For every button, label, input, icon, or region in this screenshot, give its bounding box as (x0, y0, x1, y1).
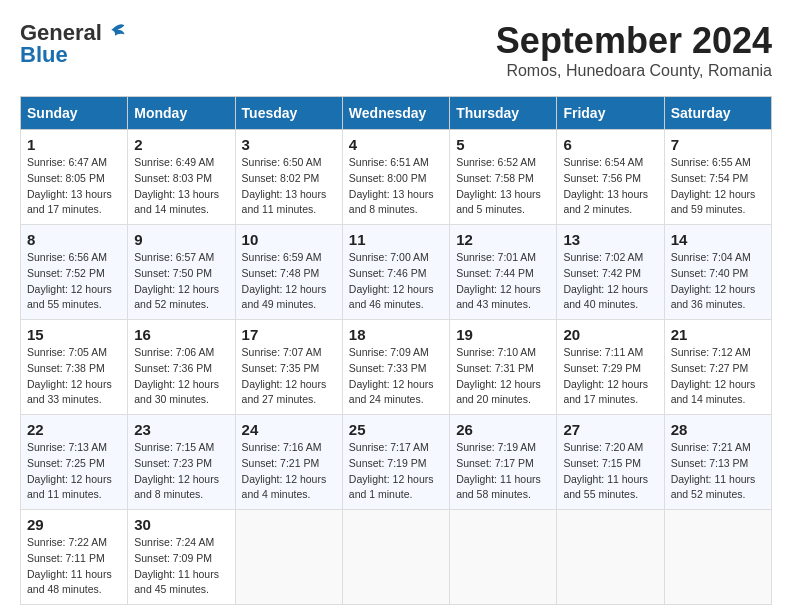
calendar-week-row: 29 Sunrise: 7:22 AM Sunset: 7:11 PM Dayl… (21, 510, 772, 605)
day-info: Sunrise: 6:52 AM Sunset: 7:58 PM Dayligh… (456, 155, 550, 218)
calendar-cell: 1 Sunrise: 6:47 AM Sunset: 8:05 PM Dayli… (21, 130, 128, 225)
day-info: Sunrise: 7:11 AM Sunset: 7:29 PM Dayligh… (563, 345, 657, 408)
calendar-table: SundayMondayTuesdayWednesdayThursdayFrid… (20, 96, 772, 605)
sunset-label: Sunset: 7:31 PM (456, 362, 534, 374)
calendar-cell: 10 Sunrise: 6:59 AM Sunset: 7:48 PM Dayl… (235, 225, 342, 320)
sunset-label: Sunset: 7:38 PM (27, 362, 105, 374)
sunrise-label: Sunrise: 6:52 AM (456, 156, 536, 168)
col-header-wednesday: Wednesday (342, 97, 449, 130)
day-info: Sunrise: 7:20 AM Sunset: 7:15 PM Dayligh… (563, 440, 657, 503)
day-number: 30 (134, 516, 228, 533)
sunrise-label: Sunrise: 7:13 AM (27, 441, 107, 453)
sunset-label: Sunset: 7:21 PM (242, 457, 320, 469)
day-info: Sunrise: 6:59 AM Sunset: 7:48 PM Dayligh… (242, 250, 336, 313)
day-number: 22 (27, 421, 121, 438)
sunrise-label: Sunrise: 6:50 AM (242, 156, 322, 168)
calendar-cell: 17 Sunrise: 7:07 AM Sunset: 7:35 PM Dayl… (235, 320, 342, 415)
day-info: Sunrise: 7:02 AM Sunset: 7:42 PM Dayligh… (563, 250, 657, 313)
sunset-label: Sunset: 7:48 PM (242, 267, 320, 279)
sunrise-label: Sunrise: 6:54 AM (563, 156, 643, 168)
daylight-label: Daylight: 11 hours and 58 minutes. (456, 473, 541, 501)
day-info: Sunrise: 6:54 AM Sunset: 7:56 PM Dayligh… (563, 155, 657, 218)
daylight-label: Daylight: 12 hours and 27 minutes. (242, 378, 327, 406)
calendar-cell: 11 Sunrise: 7:00 AM Sunset: 7:46 PM Dayl… (342, 225, 449, 320)
day-number: 24 (242, 421, 336, 438)
daylight-label: Daylight: 12 hours and 43 minutes. (456, 283, 541, 311)
day-number: 4 (349, 136, 443, 153)
sunset-label: Sunset: 7:36 PM (134, 362, 212, 374)
calendar-cell: 15 Sunrise: 7:05 AM Sunset: 7:38 PM Dayl… (21, 320, 128, 415)
day-number: 19 (456, 326, 550, 343)
day-number: 2 (134, 136, 228, 153)
sunset-label: Sunset: 7:46 PM (349, 267, 427, 279)
col-header-monday: Monday (128, 97, 235, 130)
sunrise-label: Sunrise: 7:20 AM (563, 441, 643, 453)
day-number: 10 (242, 231, 336, 248)
calendar-cell: 28 Sunrise: 7:21 AM Sunset: 7:13 PM Dayl… (664, 415, 771, 510)
calendar-cell: 21 Sunrise: 7:12 AM Sunset: 7:27 PM Dayl… (664, 320, 771, 415)
day-info: Sunrise: 7:24 AM Sunset: 7:09 PM Dayligh… (134, 535, 228, 598)
day-info: Sunrise: 6:57 AM Sunset: 7:50 PM Dayligh… (134, 250, 228, 313)
daylight-label: Daylight: 12 hours and 46 minutes. (349, 283, 434, 311)
sunrise-label: Sunrise: 7:24 AM (134, 536, 214, 548)
day-info: Sunrise: 6:47 AM Sunset: 8:05 PM Dayligh… (27, 155, 121, 218)
sunrise-label: Sunrise: 6:57 AM (134, 251, 214, 263)
col-header-saturday: Saturday (664, 97, 771, 130)
calendar-cell: 4 Sunrise: 6:51 AM Sunset: 8:00 PM Dayli… (342, 130, 449, 225)
day-number: 13 (563, 231, 657, 248)
day-info: Sunrise: 7:12 AM Sunset: 7:27 PM Dayligh… (671, 345, 765, 408)
sunset-label: Sunset: 7:17 PM (456, 457, 534, 469)
col-header-friday: Friday (557, 97, 664, 130)
sunset-label: Sunset: 7:54 PM (671, 172, 749, 184)
day-number: 28 (671, 421, 765, 438)
calendar-cell (450, 510, 557, 605)
sunrise-label: Sunrise: 7:11 AM (563, 346, 643, 358)
daylight-label: Daylight: 13 hours and 2 minutes. (563, 188, 648, 216)
calendar-cell: 9 Sunrise: 6:57 AM Sunset: 7:50 PM Dayli… (128, 225, 235, 320)
sunset-label: Sunset: 7:23 PM (134, 457, 212, 469)
sunrise-label: Sunrise: 6:47 AM (27, 156, 107, 168)
daylight-label: Daylight: 12 hours and 14 minutes. (671, 378, 756, 406)
daylight-label: Daylight: 11 hours and 55 minutes. (563, 473, 648, 501)
day-number: 9 (134, 231, 228, 248)
daylight-label: Daylight: 13 hours and 11 minutes. (242, 188, 327, 216)
sunset-label: Sunset: 7:25 PM (27, 457, 105, 469)
sunset-label: Sunset: 8:00 PM (349, 172, 427, 184)
daylight-label: Daylight: 12 hours and 36 minutes. (671, 283, 756, 311)
calendar-week-row: 1 Sunrise: 6:47 AM Sunset: 8:05 PM Dayli… (21, 130, 772, 225)
day-info: Sunrise: 7:13 AM Sunset: 7:25 PM Dayligh… (27, 440, 121, 503)
day-number: 6 (563, 136, 657, 153)
day-number: 8 (27, 231, 121, 248)
day-number: 7 (671, 136, 765, 153)
daylight-label: Daylight: 12 hours and 8 minutes. (134, 473, 219, 501)
sunrise-label: Sunrise: 7:00 AM (349, 251, 429, 263)
day-number: 29 (27, 516, 121, 533)
day-number: 1 (27, 136, 121, 153)
sunset-label: Sunset: 7:09 PM (134, 552, 212, 564)
day-info: Sunrise: 7:16 AM Sunset: 7:21 PM Dayligh… (242, 440, 336, 503)
sunset-label: Sunset: 7:29 PM (563, 362, 641, 374)
day-number: 23 (134, 421, 228, 438)
calendar-cell: 8 Sunrise: 6:56 AM Sunset: 7:52 PM Dayli… (21, 225, 128, 320)
daylight-label: Daylight: 12 hours and 52 minutes. (134, 283, 219, 311)
day-number: 16 (134, 326, 228, 343)
page-header: General Blue September 2024 Romos, Huned… (20, 20, 772, 80)
sunrise-label: Sunrise: 7:01 AM (456, 251, 536, 263)
daylight-label: Daylight: 11 hours and 52 minutes. (671, 473, 756, 501)
daylight-label: Daylight: 11 hours and 45 minutes. (134, 568, 219, 596)
sunrise-label: Sunrise: 7:21 AM (671, 441, 751, 453)
calendar-cell: 13 Sunrise: 7:02 AM Sunset: 7:42 PM Dayl… (557, 225, 664, 320)
sunrise-label: Sunrise: 7:22 AM (27, 536, 107, 548)
logo: General Blue (20, 20, 126, 68)
logo-text-blue: Blue (20, 42, 68, 68)
sunset-label: Sunset: 7:19 PM (349, 457, 427, 469)
day-info: Sunrise: 6:56 AM Sunset: 7:52 PM Dayligh… (27, 250, 121, 313)
day-number: 15 (27, 326, 121, 343)
calendar-cell: 18 Sunrise: 7:09 AM Sunset: 7:33 PM Dayl… (342, 320, 449, 415)
sunset-label: Sunset: 7:11 PM (27, 552, 105, 564)
sunrise-label: Sunrise: 7:12 AM (671, 346, 751, 358)
calendar-cell: 27 Sunrise: 7:20 AM Sunset: 7:15 PM Dayl… (557, 415, 664, 510)
calendar-cell: 16 Sunrise: 7:06 AM Sunset: 7:36 PM Dayl… (128, 320, 235, 415)
day-info: Sunrise: 7:06 AM Sunset: 7:36 PM Dayligh… (134, 345, 228, 408)
calendar-cell: 29 Sunrise: 7:22 AM Sunset: 7:11 PM Dayl… (21, 510, 128, 605)
